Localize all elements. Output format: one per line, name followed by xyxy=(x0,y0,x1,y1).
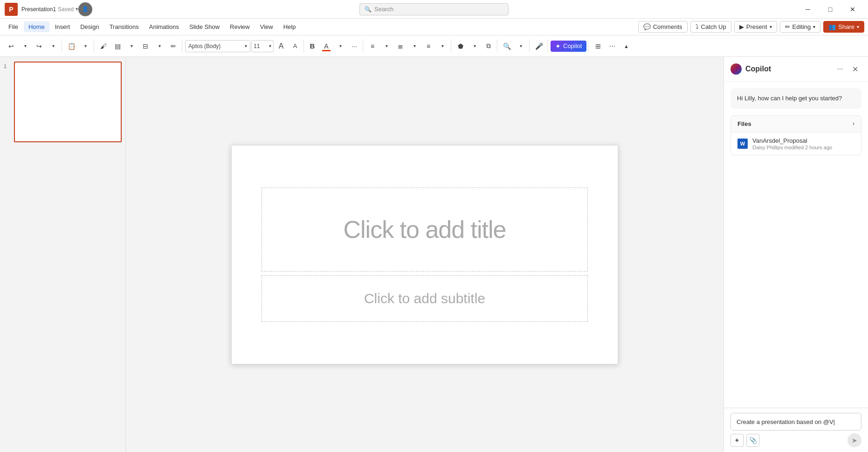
title-placeholder[interactable]: Click to add title xyxy=(262,188,588,271)
menu-insert[interactable]: Insert xyxy=(50,21,75,32)
menu-animations[interactable]: Animations xyxy=(145,21,184,32)
copilot-toolbar-label: Copilot xyxy=(563,42,582,49)
layout-button[interactable]: ▤ xyxy=(111,40,124,53)
editing-button[interactable]: ✏ Editing ▾ xyxy=(780,21,821,33)
copilot-file-item[interactable]: W VanArsdel_Proposal Daisy Phillips modi… xyxy=(731,132,861,155)
subtitle-placeholder[interactable]: Click to add subtitle xyxy=(262,275,588,322)
dictate-button[interactable]: 🎤 xyxy=(532,40,545,53)
decrease-font-button[interactable]: A xyxy=(289,40,302,53)
copilot-send-button[interactable]: ➤ xyxy=(847,433,861,447)
find-group: 🔍 ▾ xyxy=(498,40,530,53)
menu-design[interactable]: Design xyxy=(76,21,103,32)
copilot-files-header[interactable]: Files › xyxy=(731,116,861,132)
copilot-close-button[interactable]: ✕ xyxy=(848,63,861,76)
menu-file[interactable]: File xyxy=(4,21,23,32)
format-painter-button[interactable]: 🖌 xyxy=(97,40,110,53)
menu-slideshow[interactable]: Slide Show xyxy=(185,21,224,32)
present-label: Present xyxy=(746,23,767,30)
copilot-input-box[interactable]: Create a presentation based on @V xyxy=(730,413,861,431)
copilot-input-actions: ✦ 📎 ➤ xyxy=(730,431,861,447)
find-button[interactable]: 🔍 xyxy=(500,40,513,53)
copilot-header-actions: ··· ✕ xyxy=(834,63,861,76)
font-size-selector[interactable]: 11 ▾ xyxy=(251,40,274,52)
font-color-dropdown[interactable]: ▾ xyxy=(334,40,347,53)
shapes-button[interactable]: ⬟ xyxy=(454,40,467,53)
font-group: Aptos (Body) ▾ 11 ▾ A A B A ▾ ··· xyxy=(183,40,363,53)
align-dropdown[interactable]: ▾ xyxy=(436,40,449,53)
copilot-files-label: Files xyxy=(737,120,751,127)
slide-1-thumbnail[interactable] xyxy=(14,62,122,142)
copilot-attach-button[interactable]: 📎 xyxy=(746,434,759,447)
file-meta-text: Daisy Phillips modified 2 hours ago xyxy=(752,145,854,150)
slide-canvas[interactable]: Click to add title Click to add subtitle xyxy=(231,145,618,364)
numbered-list-button[interactable]: ≣ xyxy=(394,40,407,53)
editing-label: Editing xyxy=(792,23,811,30)
undo-dropdown[interactable]: ▾ xyxy=(19,40,32,53)
word-icon-letter: W xyxy=(740,141,745,146)
grid-button[interactable]: ⊞ xyxy=(592,40,605,53)
draw-button[interactable]: ✏ xyxy=(167,40,180,53)
redo-dropdown[interactable]: ▾ xyxy=(47,40,60,53)
copilot-toolbar-button[interactable]: ✦ Copilot xyxy=(551,41,586,52)
layout-dropdown[interactable]: ▾ xyxy=(125,40,138,53)
toolbar-expand[interactable]: ▲ xyxy=(620,40,633,53)
close-button[interactable]: ✕ xyxy=(842,2,863,17)
arrange-button[interactable]: ⧉ xyxy=(482,40,495,53)
bold-button[interactable]: B xyxy=(306,40,319,53)
align-button[interactable]: ≡ xyxy=(422,40,435,53)
bullet-dropdown[interactable]: ▾ xyxy=(380,40,393,53)
copilot-header: Copilot ··· ✕ xyxy=(724,57,868,82)
toolbar: ↩ ▾ ↪ ▾ 📋 ▾ 🖌 ▤ ▾ ⊟ ▾ ✏ Aptos (Body) ▾ 1… xyxy=(0,35,868,57)
shapes-dropdown[interactable]: ▾ xyxy=(468,40,481,53)
numbered-dropdown[interactable]: ▾ xyxy=(408,40,421,53)
clipboard-group: 📋 ▾ xyxy=(63,40,94,53)
user-avatar[interactable]: 👤 xyxy=(78,2,92,16)
maximize-button[interactable]: □ xyxy=(820,2,841,17)
comments-button[interactable]: 💬 Comments xyxy=(638,21,688,33)
section-dropdown[interactable]: ▾ xyxy=(153,40,166,53)
subtitle-placeholder-text: Click to add subtitle xyxy=(364,291,485,306)
slide-1-container: 1 xyxy=(4,62,122,142)
catchup-button[interactable]: ⤵ Catch Up xyxy=(690,21,731,33)
menu-transitions[interactable]: Transitions xyxy=(105,21,144,32)
canvas-area[interactable]: Click to add title Click to add subtitle xyxy=(126,57,723,452)
bullet-list-button[interactable]: ≡ xyxy=(366,40,379,53)
more-options-button[interactable]: ··· xyxy=(606,40,619,53)
copilot-title: Copilot xyxy=(745,65,771,73)
more-text-options[interactable]: ··· xyxy=(348,40,361,53)
search-placeholder: Search xyxy=(374,6,393,13)
menu-home[interactable]: Home xyxy=(24,21,49,32)
find-dropdown[interactable]: ▾ xyxy=(514,40,527,53)
copilot-panel: Copilot ··· ✕ Hi Lilly, how can I help g… xyxy=(723,57,868,452)
share-button[interactable]: 👥 Share ▾ xyxy=(823,21,864,33)
clipboard-button[interactable]: 📋 xyxy=(65,40,78,53)
present-icon: ▶ xyxy=(739,23,744,30)
title-placeholder-text: Click to add title xyxy=(343,216,506,243)
copilot-sparkle-button[interactable]: ✦ xyxy=(730,434,744,447)
font-selector[interactable]: Aptos (Body) ▾ xyxy=(185,40,250,52)
menu-review[interactable]: Review xyxy=(225,21,255,32)
editing-dropdown-icon: ▾ xyxy=(813,24,815,29)
search-box[interactable]: 🔍 Search xyxy=(359,3,509,15)
comments-icon: 💬 xyxy=(643,23,651,30)
minimize-button[interactable]: ─ xyxy=(797,2,819,17)
font-color-button[interactable]: A xyxy=(320,40,333,53)
copilot-input-text: Create a presentation based on @V xyxy=(737,418,835,425)
slide-1-number: 1 xyxy=(4,62,11,69)
shapes-group: ⬟ ▾ ⧉ xyxy=(452,40,497,53)
copilot-files-arrow-icon: › xyxy=(853,120,854,127)
catchup-icon: ⤵ xyxy=(696,23,699,30)
title-bar: P Presentation1 Saved ▾ 🔍 Search 👤 ─ □ ✕ xyxy=(0,0,868,19)
section-button[interactable]: ⊟ xyxy=(139,40,152,53)
search-icon: 🔍 xyxy=(365,6,372,13)
clipboard-dropdown[interactable]: ▾ xyxy=(79,40,92,53)
menu-view[interactable]: View xyxy=(255,21,278,32)
copilot-more-button[interactable]: ··· xyxy=(834,63,847,76)
increase-font-button[interactable]: A xyxy=(275,40,288,53)
format-group: 🖌 ▤ ▾ ⊟ ▾ ✏ xyxy=(95,40,182,53)
redo-button[interactable]: ↪ xyxy=(33,40,46,53)
present-button[interactable]: ▶ Present ▾ xyxy=(734,21,777,33)
menu-help[interactable]: Help xyxy=(279,21,301,32)
undo-button[interactable]: ↩ xyxy=(5,40,18,53)
editing-icon: ✏ xyxy=(785,23,790,30)
